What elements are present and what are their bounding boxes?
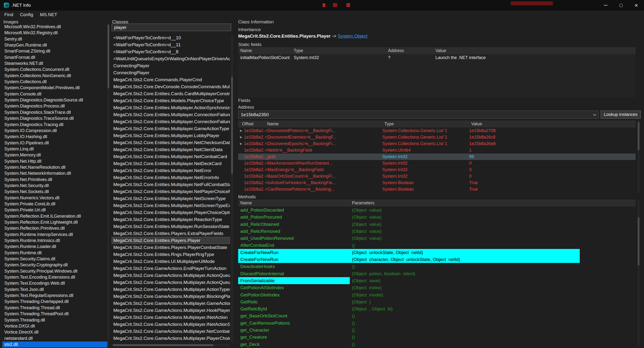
method-row[interactable]: add_UsedPotionRemoved (Object value) [238, 235, 636, 242]
class-list-item[interactable]: MegaCrit.Sts2.Core.Entities.Multiplayer.… [112, 209, 230, 216]
method-row[interactable]: get_Deck () [238, 341, 636, 348]
dll-list-item[interactable]: Microsoft.Win32.Primitives.dll [2, 24, 107, 30]
class-list-item[interactable]: MegaCrit.Sts2.Core.GameActions.Multiplay… [112, 307, 230, 314]
class-list-item[interactable]: MegaCrit.Sts2.Core.GameActions.Multiplay… [112, 335, 230, 342]
class-list-item[interactable]: MegaCrit.Sts2.Core.Entities.UI.Multiplay… [112, 258, 230, 265]
menu-item[interactable]: Find [1, 11, 16, 18]
dll-list-item[interactable]: System.Runtime.Intrinsics.dll [2, 238, 107, 244]
scrollbar-thumb[interactable] [231, 77, 233, 174]
class-list-item[interactable]: MegaCrit.Sts2.Core.GameActions.Multiplay… [112, 279, 230, 286]
class-list-item[interactable]: MegaCrit.Sts2.Core.Entities.Players.Extr… [112, 230, 230, 237]
class-list-item[interactable]: MegaCrit.Sts2.Core.GameActions.Multiplay… [112, 314, 230, 321]
class-list-item[interactable]: <WaitUntilQueueIsEmptyOrWaitingOnNonPlay… [112, 55, 230, 62]
class-list-item[interactable]: MegaCrit.Sts2.Core.Entities.Players.Play… [112, 237, 230, 244]
dll-list-item[interactable]: SmartFormat.dll [2, 55, 107, 61]
class-list-item[interactable]: MegaCrit.Sts2.Core.Entities.Multiplayer.… [112, 202, 230, 209]
dll-list-item[interactable]: System.Net.Security.dll [2, 183, 107, 189]
method-row[interactable]: get_CanRemovePotions () [238, 319, 636, 326]
field-row[interactable]: ▶ 1e15b8a2... <MaxAscensionWhenRunStarte… [238, 160, 636, 166]
dll-list-item[interactable]: System.Runtime.Loader.dll [2, 244, 107, 250]
method-row[interactable]: add_PotionProcured (Object value) [238, 214, 636, 221]
scrollbar-thumb[interactable] [113, 344, 214, 346]
dll-list-item[interactable]: System.Text.RegularExpressions.dll [2, 293, 107, 299]
method-row[interactable]: AfterCombatEnd () [238, 242, 636, 249]
methods-scrollbar[interactable] [638, 200, 640, 346]
dll-list-item[interactable]: System.Console.dll [2, 91, 107, 97]
dll-list-item[interactable]: System.Threading.Overlapped.dll [2, 299, 107, 305]
class-list-item[interactable]: MegaCrit.Sts2.Core.Entities.Multiplayer.… [112, 195, 230, 202]
fields-scrollbar[interactable] [638, 120, 640, 193]
scrollbar-thumb[interactable] [108, 25, 109, 88]
dll-list-item[interactable]: System.Threading.ThreadPool.dll [2, 311, 107, 317]
dll-list-item[interactable]: System.Diagnostics.StackTrace.dll [2, 109, 107, 115]
class-list-item[interactable]: MegaCrit.Sts2.Core.GameActions.Multiplay… [112, 293, 230, 300]
dll-list-item[interactable]: System.Runtime.dll [2, 250, 107, 256]
field-row[interactable]: ▶ 1e15b8a2... <DiscoveredEnemies>k__Back… [238, 134, 636, 140]
class-list-item[interactable]: MegaCrit.Sts2.Core.GameActions.EndPlayer… [112, 265, 230, 272]
dll-list-item[interactable]: System.Security.Principal.Windows.dll [2, 268, 107, 274]
dll-list-item[interactable]: System.Net.NetworkInformation.dll [2, 170, 107, 177]
class-list-item[interactable]: MegaCrit.Sts2.Core.GameActions.Multiplay… [112, 328, 230, 335]
dll-list-item[interactable]: System.Net.Sockets.dll [2, 189, 107, 195]
field-row[interactable]: ▶ 1e15b8a2... <DiscoveredEpochs>k__Backi… [238, 140, 636, 147]
dll-list-item[interactable]: System.IO.Hashing.dll [2, 134, 107, 140]
method-row[interactable]: DeactivateHooks () [238, 263, 636, 270]
class-list-item[interactable]: MegaCrit.Sts2.Core.Entities.Multiplayer.… [112, 132, 230, 139]
dll-list-item[interactable]: System.Reflection.Emit.ILGeneration.dll [2, 213, 107, 219]
class-list-item[interactable]: MegaCrit.Sts2.Core.Entities.Multiplayer.… [112, 104, 230, 111]
images-scrollbar[interactable] [107, 24, 110, 347]
dll-list-item[interactable]: System.Diagnostics.Tracing.dll [2, 122, 107, 128]
method-row[interactable]: add_RelicObtained (Object value) [238, 221, 636, 228]
expand-arrow-icon[interactable]: ▶ [238, 127, 244, 134]
class-list-item[interactable]: MegaCrit.Sts2.Core.DevConsole.ConsoleCom… [112, 83, 230, 90]
class-list-item[interactable]: MegaCrit.Sts2.Core.Entities.Rngs.PlayerR… [112, 251, 230, 258]
scrollbar-thumb[interactable] [638, 217, 640, 266]
menu-item[interactable]: MS.NET [36, 11, 60, 18]
dll-list-item[interactable]: System.ComponentModel.Primitives.dll [2, 85, 107, 91]
method-row[interactable]: CreateForNewRun (Object unlockState, Obj… [238, 249, 636, 256]
class-list-item[interactable]: MegaCrit.Sts2.Core.Entities.Multiplayer.… [112, 111, 230, 118]
dll-list-item[interactable]: SharpGen.Runtime.dll [2, 42, 107, 48]
method-row[interactable]: CreateForNewRun (Object character, Objec… [238, 256, 636, 263]
menu-item[interactable]: Config [16, 11, 36, 18]
minimize-button[interactable] [598, 0, 613, 11]
method-row[interactable]: GetRelic (Object ) [238, 298, 636, 305]
class-list-item[interactable]: MegaCrit.Sts2.Core.Entities.Multiplayer.… [112, 188, 230, 195]
class-list-item[interactable]: MegaCrit.Sts2.Core.GameActions.Multiplay… [112, 321, 230, 328]
dll-list-item[interactable]: System.Private.Uri.dll [2, 207, 107, 213]
dll-list-item[interactable]: System.Reflection.Primitives.dll [2, 225, 107, 231]
dll-list-item[interactable]: System.Numerics.Vectors.dll [2, 195, 107, 201]
class-list-item[interactable]: MegaCrit.Sts2.Core.Entities.Multiplayer.… [112, 153, 230, 160]
class-list-item[interactable]: MegaCrit.Sts2.Core.Entities.Multiplayer.… [112, 181, 230, 188]
dll-list-item[interactable]: System.Net.Http.dll [2, 158, 107, 164]
class-list-item[interactable]: ConnectingPlayer [112, 62, 230, 69]
class-list-item[interactable]: MegaCrit.Sts2.Core.GameActions.Multiplay… [112, 286, 230, 293]
dll-list-item[interactable]: System.Threading.Thread.dll [2, 305, 107, 311]
address-combobox[interactable]: 1e15b8a2350 [238, 111, 599, 119]
dll-list-item[interactable]: Vortice.DirectX.dll [2, 329, 107, 335]
dll-list-item[interactable]: System.Threading.dll [2, 317, 107, 323]
class-list-item[interactable]: MegaCrit.Sts2.Core.GameActions.Multiplay… [112, 272, 230, 279]
dll-list-item[interactable]: System.Diagnostics.DiagnosticSource.dll [2, 97, 107, 103]
class-list-item[interactable]: <WaitForPlayerToConfirm>d__10 [112, 34, 230, 41]
base-class-link[interactable]: System.Object [338, 34, 368, 39]
class-list-item[interactable]: MegaCrit.Sts2.Core.Entities.Multiplayer.… [112, 125, 230, 132]
method-row[interactable]: get_Creature () [238, 333, 636, 340]
dll-list-item[interactable]: System.Text.Json.dll [2, 287, 107, 293]
method-row[interactable]: GetPotionSlotIndex (Object model) [238, 291, 636, 298]
dll-list-item[interactable]: System.Linq.dll [2, 146, 107, 152]
class-list-item[interactable]: MegaCrit.Sts2.Core.Entities.Models.Playe… [112, 97, 230, 104]
dll-list-item[interactable]: Sentry.dll [2, 36, 107, 42]
dll-list-item[interactable]: System.Collections.Concurrent.dll [2, 67, 107, 73]
method-row[interactable]: add_RelicRemoved (Object value) [238, 228, 636, 235]
field-row[interactable]: ▶ 1e15b8a2... <MaxEnergy>k__BackingField… [238, 166, 636, 173]
dll-list-item[interactable]: System.Collections.NonGeneric.dll [2, 73, 107, 79]
method-row[interactable]: add_PotionDiscarded (Object value) [238, 207, 636, 214]
expand-arrow-icon[interactable]: ▶ [238, 140, 244, 147]
class-list-item[interactable]: MegaCrit.Sts2.Core.Entities.Multiplayer.… [112, 216, 230, 223]
dll-list-item[interactable]: System.Security.Cryptography.dll [2, 262, 107, 268]
class-list-item[interactable]: MegaCrit.Sts2.Core.Commands.PlayerCmd [112, 76, 230, 83]
class-list-item[interactable]: MegaCrit.Sts2.Core.Entities.Multiplayer.… [112, 223, 230, 230]
field-row[interactable]: ▶ 1e15b8a2... <NetId>k__BackingField Sys… [238, 147, 636, 153]
class-list-item[interactable]: MegaCrit.Sts2.Core.Entities.Multiplayer.… [112, 174, 230, 181]
